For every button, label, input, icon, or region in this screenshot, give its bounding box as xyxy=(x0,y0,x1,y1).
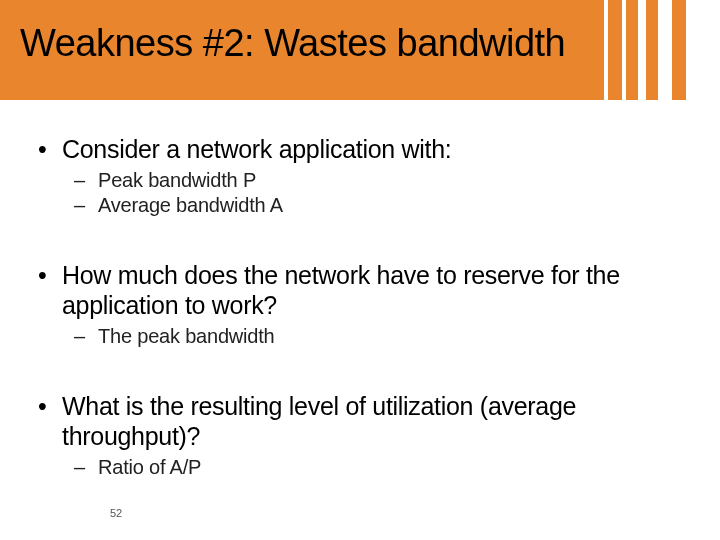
bullet-dash-icon: – xyxy=(74,168,98,193)
bullet-group: • Consider a network application with: –… xyxy=(36,134,684,218)
bullet-level2: – Peak bandwidth P xyxy=(36,168,684,193)
bullet-text: Peak bandwidth P xyxy=(98,168,684,193)
bullet-text: What is the resulting level of utilizati… xyxy=(62,391,684,451)
title-header: Weakness #2: Wastes bandwidth xyxy=(0,0,720,100)
slide-title: Weakness #2: Wastes bandwidth xyxy=(20,22,565,65)
bullet-level1: • Consider a network application with: xyxy=(36,134,684,164)
slide-body: • Consider a network application with: –… xyxy=(0,100,720,480)
header-stripes xyxy=(590,0,720,100)
bullet-level2: – Average bandwidth A xyxy=(36,193,684,218)
bullet-text: The peak bandwidth xyxy=(98,324,684,349)
bullet-level1: • How much does the network have to rese… xyxy=(36,260,684,320)
bullet-group: • How much does the network have to rese… xyxy=(36,260,684,349)
bullet-dash-icon: – xyxy=(74,324,98,349)
bullet-text: How much does the network have to reserv… xyxy=(62,260,684,320)
page-number: 52 xyxy=(110,507,122,519)
bullet-text: Consider a network application with: xyxy=(62,134,684,164)
bullet-level1: • What is the resulting level of utiliza… xyxy=(36,391,684,451)
bullet-dot-icon: • xyxy=(36,134,62,164)
bullet-dot-icon: • xyxy=(36,391,62,421)
bullet-dash-icon: – xyxy=(74,193,98,218)
bullet-group: • What is the resulting level of utiliza… xyxy=(36,391,684,480)
bullet-text: Average bandwidth A xyxy=(98,193,684,218)
bullet-level2: – Ratio of A/P xyxy=(36,455,684,480)
bullet-dot-icon: • xyxy=(36,260,62,290)
bullet-text: Ratio of A/P xyxy=(98,455,684,480)
bullet-level2: – The peak bandwidth xyxy=(36,324,684,349)
bullet-dash-icon: – xyxy=(74,455,98,480)
slide: Weakness #2: Wastes bandwidth • Consider… xyxy=(0,0,720,540)
